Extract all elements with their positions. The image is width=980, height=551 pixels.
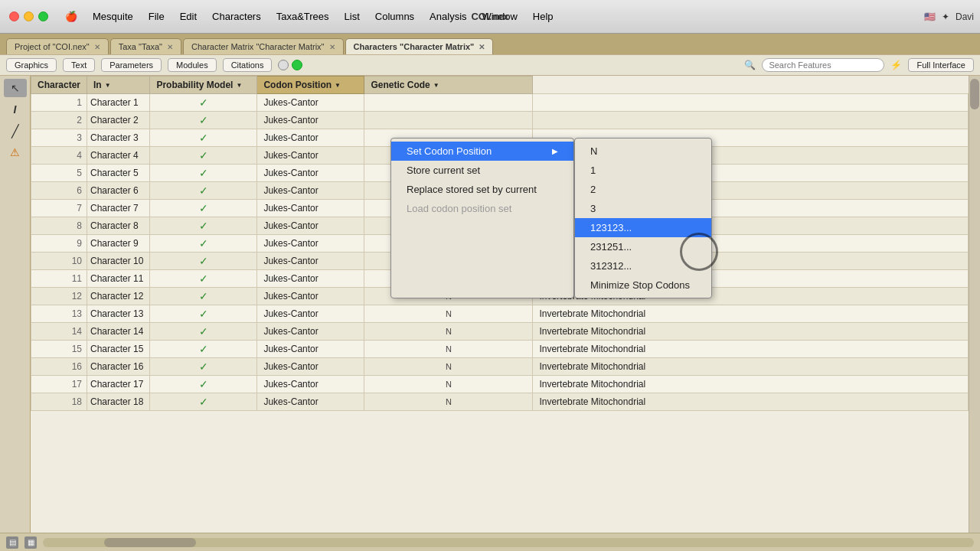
menu-help[interactable]: Help [525,8,561,25]
menu-characters[interactable]: Characters [204,8,269,25]
menu-item-replace-stored[interactable]: Replace stored set by current [391,180,573,199]
character-name: Character 13 [87,305,150,323]
table-row: 1 Character 1 ✓ Jukes-Cantor [31,94,969,112]
scroll-thumb[interactable] [970,79,979,109]
table-icon[interactable]: ▤ [6,536,18,549]
close-button[interactable] [9,11,19,21]
row-model: Jukes-Cantor [257,253,364,270]
col-codon-arrow: ▼ [335,82,341,89]
row-number: 3 [31,129,87,147]
row-check: ✓ [150,376,257,393]
line-tool-button[interactable]: ╱ [4,122,27,140]
maximize-button[interactable] [38,11,48,21]
menu-file[interactable]: File [141,8,172,25]
menu-taxatrees[interactable]: Taxa&Trees [269,8,337,25]
graphics-button[interactable]: Graphics [6,58,57,72]
full-interface-button[interactable]: Full Interface [908,58,974,72]
minimize-button[interactable] [24,11,34,21]
submenu-item-312312[interactable]: 312312... [575,256,711,276]
menu-edit[interactable]: Edit [172,8,204,25]
row-number: 17 [31,376,87,393]
parameters-button[interactable]: Parameters [101,58,162,72]
modules-button[interactable]: Modules [168,58,217,72]
tab-character-matrix[interactable]: Character Matrix "Character Matrix" ✕ [183,38,343,54]
character-name: Character 9 [87,235,150,253]
row-check: ✓ [150,200,257,217]
row-check: ✓ [150,253,257,270]
menu-columns[interactable]: Columns [368,8,422,25]
row-model: Jukes-Cantor [257,270,364,288]
indicator-empty [278,60,289,70]
select-tool-button[interactable]: ↖ [4,79,27,97]
tab-taxa-close[interactable]: ✕ [167,43,173,51]
row-number: 18 [31,393,87,411]
submenu-item-1[interactable]: 1 [575,161,711,180]
submenu-item-minimize-stop[interactable]: Minimize Stop Codons [575,276,711,295]
col-in-label: In [93,80,102,90]
col-probability-model[interactable]: Probability Model ▼ [150,77,257,94]
menu-item-store-current[interactable]: Store current set [391,161,573,180]
tab-characters[interactable]: Characters "Character Matrix" ✕ [345,38,494,54]
submenu-item-231251[interactable]: 231251... [575,237,711,256]
table-row: 16 Character 16 ✓ Jukes-Cantor N Inverte… [31,358,969,376]
row-genetic: Invertebrate Mitochondrial [533,341,969,358]
window-title: COI.nex [471,11,508,22]
row-codon: N [364,376,533,393]
traffic-lights[interactable] [0,11,57,21]
menu-mesquite[interactable]: Mesquite [85,8,141,25]
col-in-arrow: ▼ [105,82,111,89]
row-check: ✓ [150,393,257,411]
citations-button[interactable]: Citations [223,58,273,72]
col-genetic-code[interactable]: Genetic Code ▼ [364,77,533,94]
tab-characters-close[interactable]: ✕ [479,43,485,51]
submenu-arrow: ▶ [552,147,558,155]
apple-menu[interactable]: 🍎 [57,8,85,25]
row-genetic: Invertebrate Mitochondrial [533,376,969,393]
row-check: ✓ [150,270,257,288]
title-bar: 🍎 Mesquite File Edit Characters Taxa&Tre… [0,0,980,34]
search-input[interactable] [762,58,884,72]
col-in: In ▼ [87,77,150,94]
col-genetic-arrow: ▼ [433,82,439,89]
submenu-item-N[interactable]: N [575,142,711,161]
horizontal-scrollbar[interactable] [43,538,974,547]
status-indicator [278,60,302,70]
grid-icon[interactable]: ▦ [24,536,37,549]
character-name: Character 5 [87,165,150,182]
submenu-item-2[interactable]: 2 [575,180,711,199]
tab-project[interactable]: Project of "COI.nex" ✕ [6,38,109,54]
text-button[interactable]: Text [63,58,95,72]
tab-character-matrix-close[interactable]: ✕ [329,43,335,51]
title-bar-right: 🇺🇸 ✦ Davi [924,11,980,22]
col-character-label: Character [38,80,80,90]
menu-item-set-codon-position[interactable]: Set Codon Position ▶ [391,142,573,161]
scroll-track[interactable] [969,76,980,533]
flag-icon: 🇺🇸 [924,11,936,22]
row-check: ✓ [150,323,257,341]
submenu-item-3[interactable]: 3 [575,199,711,218]
tab-characters-label: Characters "Character Matrix" [354,42,475,51]
indicator-active [292,60,302,70]
row-model: Jukes-Cantor [257,147,364,165]
side-toolbar: ↖ I ╱ ⚠ [0,76,31,533]
row-model: Jukes-Cantor [257,358,364,376]
row-codon [364,112,533,129]
submenu-item-123123[interactable]: 123123... [575,218,711,237]
col-codon-position[interactable]: Codon Position ▼ [257,77,364,94]
row-model: Jukes-Cantor [257,235,364,253]
table-row: 13 Character 13 ✓ Jukes-Cantor N Inverte… [31,305,969,323]
warning-tool-button[interactable]: ⚠ [4,143,27,161]
menu-list[interactable]: List [337,8,368,25]
character-name: Character 16 [87,358,150,376]
set-codon-submenu: N 1 2 3 123123... 231251... 312312... Mi… [574,138,712,298]
row-model: Jukes-Cantor [257,305,364,323]
horizontal-scrollbar-thumb[interactable] [104,538,196,547]
menu-analysis[interactable]: Analysis [422,8,474,25]
search-icon: 🔍 [744,60,756,70]
tab-taxa[interactable]: Taxa "Taxa" ✕ [110,38,181,54]
character-name: Character 12 [87,288,150,305]
table-row: 2 Character 2 ✓ Jukes-Cantor [31,112,969,129]
row-model: Jukes-Cantor [257,182,364,200]
tab-project-close[interactable]: ✕ [94,43,100,51]
text-tool-button[interactable]: I [4,100,27,119]
